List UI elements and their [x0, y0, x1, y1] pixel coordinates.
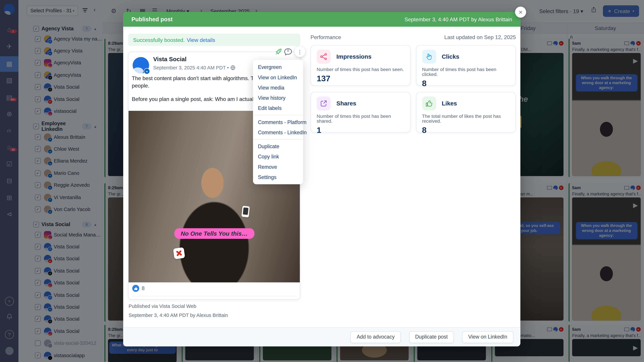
card-description: Number of times this post has been click…	[422, 67, 510, 77]
card-title: Likes	[442, 100, 457, 107]
divider	[253, 115, 303, 115]
card-description: Number of times this post has been seen.	[317, 67, 404, 72]
menu-item-settings[interactable]: Settings	[253, 172, 303, 182]
clicks-card: Clicks Number of times this post has bee…	[416, 45, 516, 86]
post-context-menu: Evergreen View on LinkedIn View media Vi…	[253, 60, 303, 184]
comment-count: 0	[284, 48, 292, 52]
app-root: ⌂ 1 ✈ ▦ ▨ ▤ 99+ ⊛ ılı ☆ 28 ☑ ⊟ ⊞ ⊲ + ? S…	[0, 0, 644, 362]
impressions-icon	[317, 50, 330, 63]
performance-header: Performance Last updated on Sep 12, 2025	[310, 34, 516, 40]
card-value: 137	[317, 74, 404, 83]
performance-title: Performance	[310, 34, 341, 40]
post-action-icons: 0 ⋮	[275, 46, 305, 57]
modal-title: Published post	[132, 16, 173, 23]
likes-icon	[422, 96, 436, 110]
post-reactions: 8	[132, 285, 144, 292]
view-on-linkedin-button[interactable]: View on LinkedIn	[462, 331, 513, 343]
card-value: 1	[317, 125, 404, 135]
post-menu-button[interactable]: ⋮	[294, 46, 305, 57]
modal-header-date: September 3, 4:40 AM PDT by Alexus Britt…	[404, 16, 512, 22]
performance-cards: Impressions Number of times this post ha…	[310, 45, 516, 133]
post-timestamp: September 3, 2025 4:40 AM PDT •	[153, 65, 235, 70]
card-value: 8	[422, 125, 510, 135]
linkedin-badge-icon	[144, 68, 150, 74]
close-icon[interactable]: ×	[515, 6, 526, 17]
view-details-link[interactable]: View details	[187, 37, 215, 43]
menu-item-copy-link[interactable]: Copy link	[253, 151, 303, 162]
divider	[253, 139, 303, 139]
card-description: The total number of likes the post has r…	[422, 114, 510, 123]
clicks-icon	[422, 50, 436, 63]
post-author-name: Vista Social	[153, 56, 186, 62]
menu-item-comments-platform[interactable]: Comments - Platform	[253, 117, 303, 127]
menu-item-edit-labels[interactable]: Edit labels	[253, 103, 303, 113]
likes-card: Likes The total number of likes the post…	[416, 92, 516, 133]
modal-footer: Add to advocacy Duplicate post View on L…	[123, 327, 520, 347]
shares-icon	[317, 96, 330, 110]
boosted-rocket-icon[interactable]	[275, 48, 282, 55]
card-title: Impressions	[336, 53, 372, 60]
menu-item-view-on-linkedin[interactable]: View on LinkedIn	[253, 72, 303, 82]
menu-item-view-media[interactable]: View media	[253, 82, 303, 93]
x-mark-sticker	[173, 247, 185, 259]
shares-card: Shares Number of times this post has bee…	[310, 92, 410, 133]
menu-item-evergreen[interactable]: Evergreen	[253, 62, 303, 72]
card-value: 8	[422, 79, 510, 88]
phone-sticker	[241, 206, 250, 217]
reaction-count: 8	[142, 285, 144, 291]
add-to-advocacy-button[interactable]: Add to advocacy	[350, 331, 401, 343]
published-via: Published via Vista Social Web	[129, 303, 196, 309]
duplicate-post-button[interactable]: Duplicate post	[409, 331, 454, 343]
menu-item-remove[interactable]: Remove	[253, 162, 303, 172]
globe-icon	[230, 65, 235, 70]
last-updated: Last updated on Sep 12, 2025	[444, 34, 516, 40]
divider	[132, 296, 296, 296]
impressions-card: Impressions Number of times this post ha…	[310, 45, 410, 86]
success-text: Successfully boosted.	[133, 37, 185, 43]
menu-item-duplicate[interactable]: Duplicate	[253, 141, 303, 151]
card-title: Clicks	[442, 53, 459, 60]
published-post-modal: Published post September 3, 4:40 AM PDT …	[123, 12, 520, 347]
thumbs-up-icon	[132, 285, 139, 292]
media-caption: No One Tells You this…	[174, 228, 254, 239]
boost-success-banner: Successfully boosted. View details	[128, 34, 300, 46]
published-when: September 3, 4:40 AM PDT by Alexus Britt…	[129, 312, 228, 318]
menu-item-comments-linkedin[interactable]: Comments - LinkedIn	[253, 127, 303, 137]
card-title: Shares	[336, 100, 356, 107]
card-description: Number of times this post has been share…	[317, 114, 404, 123]
comments-bubble-icon[interactable]: 0	[284, 47, 292, 56]
menu-item-view-history[interactable]: View history	[253, 93, 303, 103]
post-author-avatar	[133, 57, 149, 73]
modal-header: Published post September 3, 4:40 AM PDT …	[123, 12, 520, 27]
